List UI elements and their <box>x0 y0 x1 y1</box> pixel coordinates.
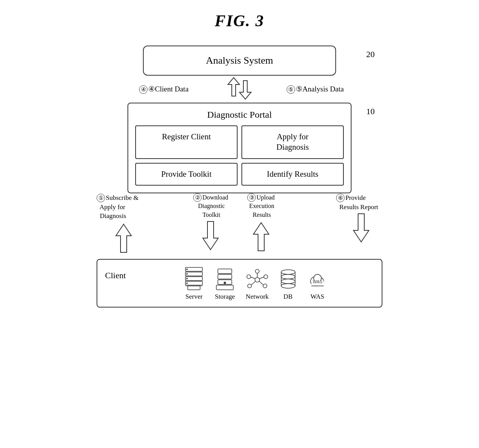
server-label: Server <box>185 293 202 301</box>
svg-text:WAS: WAS <box>313 279 322 284</box>
svg-marker-2 <box>116 224 131 252</box>
arrow-up-left-svg <box>114 222 133 253</box>
svg-point-13 <box>186 273 188 275</box>
circle-3: ③ <box>247 193 256 202</box>
provide-results-label: ⑥Provide Results Report <box>336 193 386 212</box>
analysis-data-label: ⑤⑤Analysis Data <box>287 85 344 94</box>
svg-rect-11 <box>188 286 200 290</box>
svg-point-26 <box>263 284 267 288</box>
transfer-arrows-svg <box>224 77 255 100</box>
client-items: Server Storage <box>138 267 374 301</box>
svg-marker-0 <box>228 78 240 96</box>
portal-grid: Register Client Apply forDiagnosis Provi… <box>135 125 344 186</box>
svg-rect-8 <box>185 277 202 281</box>
svg-point-32 <box>281 270 295 274</box>
was-label: WAS <box>311 293 324 301</box>
svg-line-31 <box>260 277 264 279</box>
svg-rect-6 <box>185 267 202 271</box>
page-container: FIG. 3 Analysis System 20 ④④Client Data <box>0 0 479 448</box>
circle-4: ④ <box>139 85 148 94</box>
diagram-wrapper: Analysis System 20 ④④Client Data ⑤⑤An <box>81 46 398 308</box>
storage-label: Storage <box>215 293 235 301</box>
arrow-down-right-svg <box>352 213 371 244</box>
flow-center-left: ②Download Diagnostic Toolkit <box>193 193 228 252</box>
flow-section: ①Subscribe & Apply for Diagnosis ②Downlo… <box>81 193 398 259</box>
svg-point-20 <box>224 282 226 284</box>
analysis-system-label: Analysis System <box>206 55 273 66</box>
svg-line-25 <box>251 281 255 285</box>
client-data-label: ④④Client Data <box>139 85 189 94</box>
svg-point-28 <box>247 275 251 279</box>
server-icon <box>184 267 204 291</box>
svg-line-27 <box>259 281 263 285</box>
svg-marker-1 <box>240 81 251 99</box>
figure-title: FIG. 3 <box>215 12 265 30</box>
client-item-db: DB <box>280 269 297 301</box>
svg-rect-7 <box>185 272 202 276</box>
portal-cell-identify-results: Identify Results <box>241 163 344 186</box>
svg-point-30 <box>264 275 268 279</box>
flow-left: ①Subscribe & Apply for Diagnosis <box>97 193 151 253</box>
svg-rect-9 <box>185 281 202 285</box>
arrow-up-center-right-svg <box>251 221 271 252</box>
diagnostic-portal-box: Diagnostic Portal Register Client Apply … <box>127 103 352 193</box>
client-item-storage: Storage <box>215 268 235 301</box>
svg-point-24 <box>248 284 251 288</box>
circle-6: ⑥ <box>336 194 345 202</box>
db-icon <box>280 269 297 291</box>
storage-icon <box>216 268 234 291</box>
svg-marker-4 <box>253 223 269 251</box>
download-label: ②Download Diagnostic Toolkit <box>193 193 228 219</box>
client-box: Client <box>97 259 382 308</box>
svg-line-29 <box>251 277 255 279</box>
svg-rect-16 <box>218 269 232 274</box>
analysis-data-text: ⑤Analysis Data <box>296 85 344 93</box>
client-item-was: WAS WAS <box>307 270 328 301</box>
svg-point-37 <box>281 279 295 284</box>
client-item-server: Server <box>184 267 204 301</box>
upload-label: ③Upload Execution Results <box>247 193 275 219</box>
svg-point-15 <box>186 282 188 284</box>
svg-point-35 <box>281 284 295 288</box>
portal-cell-register-client: Register Client <box>135 125 238 159</box>
svg-marker-5 <box>353 214 369 242</box>
svg-point-21 <box>255 277 260 282</box>
was-icon: WAS <box>307 270 328 291</box>
portal-cell-apply-diagnosis: Apply forDiagnosis <box>241 125 344 159</box>
svg-marker-3 <box>203 221 218 250</box>
client-item-network: Network <box>246 269 268 301</box>
circle-2: ② <box>193 193 202 202</box>
flow-center-right: ③Upload Execution Results <box>247 193 275 252</box>
analysis-system-box: Analysis System <box>143 46 336 76</box>
label-20: 20 <box>366 49 375 59</box>
label-10: 10 <box>366 107 375 117</box>
svg-rect-17 <box>218 274 232 279</box>
svg-point-14 <box>186 278 188 279</box>
flow-right: ⑥Provide Results Report <box>336 193 386 244</box>
svg-rect-19 <box>216 285 233 290</box>
db-label: DB <box>284 293 293 301</box>
arrow-down-center-left-svg <box>201 221 220 252</box>
svg-point-22 <box>255 269 259 273</box>
diagnostic-portal-title: Diagnostic Portal <box>135 110 344 120</box>
network-icon <box>246 269 268 291</box>
client-label: Client <box>105 270 126 281</box>
svg-point-12 <box>186 269 188 270</box>
subscribe-label: ①Subscribe & Apply for Diagnosis <box>97 193 151 221</box>
circle-1: ① <box>97 194 105 202</box>
client-data-text: ④Client Data <box>148 85 189 93</box>
network-label: Network <box>246 293 268 301</box>
svg-point-36 <box>281 274 295 279</box>
portal-cell-provide-toolkit: Provide Toolkit <box>135 163 238 186</box>
circle-5: ⑤ <box>287 85 295 94</box>
